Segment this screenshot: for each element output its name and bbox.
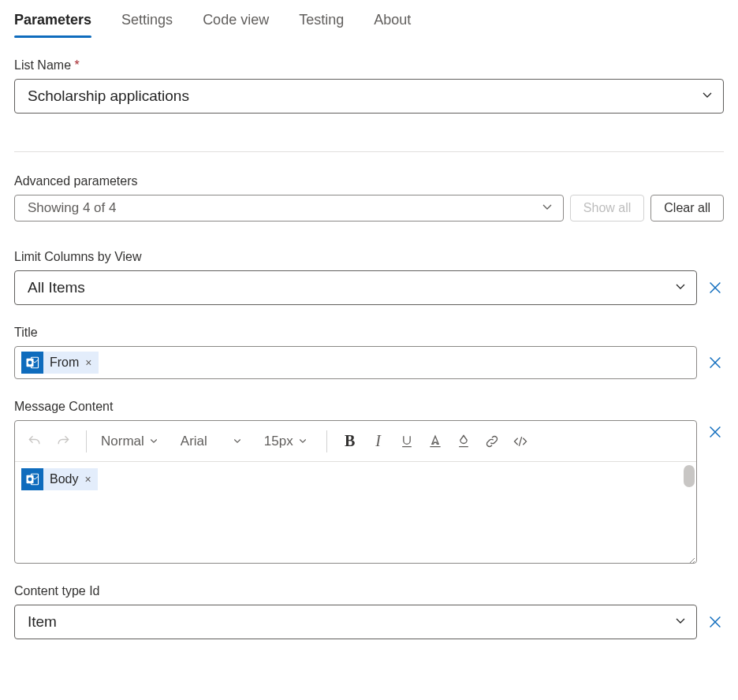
remove-message-content-button[interactable] xyxy=(706,423,724,441)
rte-size-select[interactable]: 15px xyxy=(261,434,311,449)
limit-columns-label: Limit Columns by View xyxy=(14,250,724,264)
message-content-label: Message Content xyxy=(14,400,724,414)
list-name-select[interactable]: Scholarship applications xyxy=(14,79,724,114)
highlight-button[interactable] xyxy=(452,430,475,453)
section-divider xyxy=(14,151,724,152)
outlook-icon xyxy=(21,352,43,374)
clear-all-button[interactable]: Clear all xyxy=(650,195,724,222)
token-remove-icon[interactable]: × xyxy=(83,473,92,486)
italic-button[interactable]: I xyxy=(367,430,390,453)
remove-content-type-id-button[interactable] xyxy=(706,613,724,631)
title-label: Title xyxy=(14,326,724,340)
rte-toolbar: Normal Arial 15px B I xyxy=(15,421,696,462)
link-button[interactable] xyxy=(480,430,504,453)
code-view-button[interactable] xyxy=(509,430,532,453)
advanced-parameters-select[interactable]: Showing 4 of 4 xyxy=(14,195,564,222)
chevron-down-icon xyxy=(674,279,687,296)
chevron-down-icon xyxy=(298,434,308,449)
advanced-parameters-summary: Showing 4 of 4 xyxy=(28,200,116,216)
chevron-down-icon xyxy=(541,200,554,217)
message-content-token-body[interactable]: Body × xyxy=(21,468,98,490)
token-remove-icon[interactable]: × xyxy=(84,356,93,369)
chevron-down-icon xyxy=(149,434,158,449)
title-token-from[interactable]: From × xyxy=(21,352,99,374)
rte-style-select[interactable]: Normal xyxy=(98,434,162,449)
chevron-down-icon xyxy=(674,613,687,631)
outlook-icon xyxy=(21,468,43,490)
limit-columns-value: All Items xyxy=(28,279,85,296)
svg-point-5 xyxy=(28,478,32,482)
scrollbar-thumb[interactable] xyxy=(684,465,695,487)
undo-button xyxy=(23,430,47,453)
chevron-down-icon xyxy=(233,434,242,449)
tab-testing[interactable]: Testing xyxy=(299,12,344,36)
show-all-button: Show all xyxy=(570,195,644,222)
tabstrip: Parameters Settings Code view Testing Ab… xyxy=(14,12,724,36)
rte-font-select[interactable]: Arial xyxy=(177,434,245,449)
tab-code-view[interactable]: Code view xyxy=(203,12,269,36)
resize-handle[interactable] xyxy=(15,557,696,563)
limit-columns-select[interactable]: All Items xyxy=(14,270,697,305)
content-type-id-select[interactable]: Item xyxy=(14,605,697,639)
content-type-id-label: Content type Id xyxy=(14,584,724,598)
redo-button xyxy=(51,430,75,453)
rte-body[interactable]: Body × xyxy=(15,462,696,557)
remove-limit-columns-button[interactable] xyxy=(706,279,724,296)
list-name-label: List Name * xyxy=(14,58,724,73)
underline-button[interactable] xyxy=(395,430,419,453)
chevron-down-icon xyxy=(701,88,714,105)
list-name-value: Scholarship applications xyxy=(28,88,189,105)
bold-button[interactable]: B xyxy=(338,430,362,453)
content-type-id-value: Item xyxy=(28,613,57,631)
tab-parameters[interactable]: Parameters xyxy=(14,12,91,36)
message-content-editor[interactable]: Normal Arial 15px B I xyxy=(14,420,697,564)
font-color-button[interactable] xyxy=(423,430,447,453)
tab-about[interactable]: About xyxy=(374,12,411,36)
title-input[interactable]: From × xyxy=(14,346,697,379)
advanced-parameters-label: Advanced parameters xyxy=(14,174,724,188)
remove-title-button[interactable] xyxy=(706,354,724,371)
tab-settings[interactable]: Settings xyxy=(121,12,173,36)
svg-point-2 xyxy=(28,361,32,365)
